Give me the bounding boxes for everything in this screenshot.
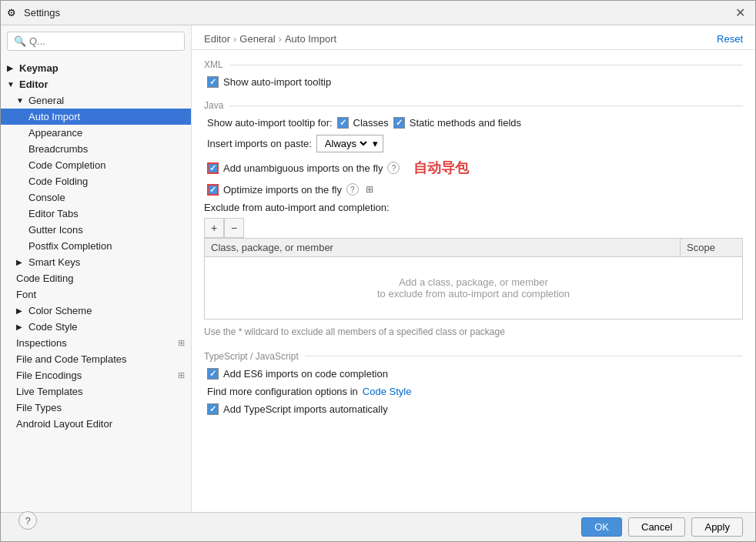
search-box[interactable]: 🔍 bbox=[7, 32, 185, 51]
java-insert-row: Insert imports on paste: Always Ask Neve… bbox=[204, 135, 743, 152]
close-button[interactable]: ✕ bbox=[731, 4, 749, 22]
file-encodings-icon: ⊞ bbox=[178, 370, 185, 380]
typescript-section-title: TypeScript / JavaScript bbox=[204, 351, 743, 362]
app-icon: ⚙ bbox=[7, 7, 19, 19]
sidebar-item-file-types[interactable]: File Types bbox=[1, 400, 191, 416]
sidebar-item-general[interactable]: ▼ General bbox=[1, 92, 191, 109]
sidebar-item-label: Inspections bbox=[16, 337, 67, 349]
unambiguous-checkbox[interactable] bbox=[207, 162, 219, 174]
xml-show-tooltip-label: Show auto-import tooltip bbox=[223, 76, 331, 88]
xml-show-tooltip-checkbox[interactable] bbox=[207, 76, 219, 88]
breadcrumb-auto-import: Auto Import bbox=[285, 33, 336, 45]
sidebar-item-color-scheme[interactable]: ▶ Color Scheme bbox=[1, 303, 191, 319]
search-input[interactable] bbox=[29, 35, 178, 47]
sidebar-item-label: Breadcrumbs bbox=[28, 143, 88, 155]
sidebar-item-smart-keys[interactable]: ▶ Smart Keys bbox=[1, 254, 191, 270]
sidebar-item-font[interactable]: Font bbox=[1, 286, 191, 303]
sidebar-item-editor[interactable]: ▼ Editor bbox=[1, 76, 191, 92]
code-style-link-row: Find more configuration options in Code … bbox=[204, 386, 743, 397]
help-button[interactable]: ? bbox=[18, 511, 37, 530]
reset-button[interactable]: Reset bbox=[717, 33, 743, 45]
ok-button[interactable]: OK bbox=[581, 517, 622, 537]
sidebar-item-label: Live Templates bbox=[16, 386, 82, 397]
exclude-toolbar: + − bbox=[204, 218, 743, 238]
typescript-checkbox[interactable] bbox=[207, 403, 219, 415]
exclude-label: Exclude from auto-import and completion: bbox=[204, 202, 743, 213]
java-tooltip-label: Show auto-import tooltip for: bbox=[207, 117, 333, 129]
sidebar-item-android-layout[interactable]: Android Layout Editor bbox=[1, 416, 191, 432]
search-icon: 🔍 bbox=[14, 35, 26, 47]
java-tooltip-row: Show auto-import tooltip for: Classes St… bbox=[204, 117, 743, 129]
java-section: Java Show auto-import tooltip for: Class… bbox=[204, 100, 743, 339]
insert-imports-dropdown[interactable]: Always Ask Never ▾ bbox=[316, 135, 383, 152]
chevron-down-icon: ▼ bbox=[16, 96, 25, 105]
optimize-row: Optimize imports on the fly ? ⊞ bbox=[204, 183, 743, 196]
sidebar-item-keymap[interactable]: ▶ Keymap bbox=[1, 60, 191, 76]
chevron-right-icon: ▶ bbox=[16, 258, 25, 266]
chevron-down-icon: ▼ bbox=[7, 80, 16, 89]
exclude-table-body: Add a class, package, or member to exclu… bbox=[205, 257, 742, 319]
java-insert-label: Insert imports on paste: bbox=[207, 138, 312, 149]
window-title: Settings bbox=[24, 7, 731, 18]
breadcrumb: Editor › General › Auto Import bbox=[204, 33, 336, 45]
sidebar-item-label: General bbox=[28, 95, 64, 106]
chevron-right-icon: ▶ bbox=[7, 64, 16, 72]
cancel-button[interactable]: Cancel bbox=[628, 517, 685, 537]
code-style-link[interactable]: Code Style bbox=[363, 386, 412, 397]
sidebar-item-file-encodings[interactable]: File Encodings ⊞ bbox=[1, 367, 191, 383]
typescript-section: TypeScript / JavaScript Add ES6 imports … bbox=[204, 351, 743, 415]
chevron-right-icon: ▶ bbox=[16, 306, 25, 315]
sidebar-item-label: Code Editing bbox=[16, 273, 73, 284]
sidebar-item-label: Postfix Completion bbox=[28, 240, 112, 252]
sidebar-item-inspections[interactable]: Inspections ⊞ bbox=[1, 335, 191, 351]
sidebar: 🔍 ▶ Keymap ▼ Editor ▼ General bbox=[1, 25, 192, 512]
es6-row: Add ES6 imports on code completion bbox=[204, 368, 743, 380]
sidebar-item-label: Auto Import bbox=[28, 111, 80, 122]
sidebar-item-label: Editor bbox=[19, 79, 49, 90]
sidebar-item-auto-import[interactable]: Auto Import bbox=[1, 109, 191, 125]
dropdown-arrow-icon: ▾ bbox=[373, 138, 378, 149]
unambiguous-row: Add unambiguous imports on the fly ? 自动导… bbox=[204, 159, 743, 177]
optimize-help-icon[interactable]: ? bbox=[346, 183, 359, 196]
unambiguous-help-icon[interactable]: ? bbox=[387, 162, 400, 174]
exclude-empty-line2: to exclude from auto-import and completi… bbox=[377, 288, 570, 299]
insert-imports-select[interactable]: Always Ask Never bbox=[322, 137, 370, 150]
breadcrumb-general: General bbox=[239, 33, 275, 45]
content-header: Editor › General › Auto Import Reset bbox=[192, 25, 755, 50]
sidebar-item-code-folding[interactable]: Code Folding bbox=[1, 173, 191, 189]
sidebar-item-code-editing[interactable]: Code Editing bbox=[1, 270, 191, 286]
sidebar-item-label: Code Folding bbox=[28, 176, 88, 187]
sidebar-item-console[interactable]: Console bbox=[1, 189, 191, 206]
wildcard-note: Use the * wildcard to exclude all member… bbox=[204, 326, 743, 339]
optimize-info-icon[interactable]: ⊞ bbox=[363, 183, 376, 196]
inspections-icon: ⊞ bbox=[178, 338, 185, 348]
col-class-header: Class, package, or member bbox=[205, 239, 681, 256]
java-classes-checkbox[interactable] bbox=[337, 117, 349, 129]
xml-auto-import-row: Show auto-import tooltip bbox=[204, 76, 743, 88]
sidebar-item-label: File and Code Templates bbox=[16, 353, 127, 365]
sidebar-item-file-code-templates[interactable]: File and Code Templates bbox=[1, 351, 191, 367]
optimize-checkbox[interactable] bbox=[207, 184, 219, 196]
java-classes-label: Classes bbox=[353, 117, 389, 129]
exclude-table-header: Class, package, or member Scope bbox=[205, 239, 742, 257]
remove-exclude-button[interactable]: − bbox=[224, 218, 244, 238]
code-style-prefix: Find more configuration options in bbox=[207, 386, 358, 397]
breadcrumb-sep1: › bbox=[233, 33, 236, 45]
sidebar-item-postfix[interactable]: Postfix Completion bbox=[1, 238, 191, 254]
chevron-right-icon: ▶ bbox=[16, 323, 25, 331]
sidebar-item-code-completion[interactable]: Code Completion bbox=[1, 157, 191, 173]
es6-checkbox[interactable] bbox=[207, 368, 219, 380]
add-exclude-button[interactable]: + bbox=[204, 218, 224, 238]
sidebar-item-breadcrumbs[interactable]: Breadcrumbs bbox=[1, 141, 191, 157]
java-static-checkbox[interactable] bbox=[393, 117, 405, 129]
main-content: 🔍 ▶ Keymap ▼ Editor ▼ General bbox=[1, 25, 755, 512]
sidebar-item-gutter-icons[interactable]: Gutter Icons bbox=[1, 222, 191, 238]
sidebar-item-appearance[interactable]: Appearance bbox=[1, 125, 191, 141]
sidebar-item-editor-tabs[interactable]: Editor Tabs bbox=[1, 206, 191, 222]
es6-label: Add ES6 imports on code completion bbox=[223, 368, 388, 380]
optimize-label: Optimize imports on the fly bbox=[223, 184, 342, 196]
sidebar-item-live-templates[interactable]: Live Templates bbox=[1, 383, 191, 400]
apply-button[interactable]: Apply bbox=[691, 517, 743, 537]
java-static-label: Static methods and fields bbox=[410, 117, 521, 129]
sidebar-item-code-style[interactable]: ▶ Code Style bbox=[1, 319, 191, 335]
